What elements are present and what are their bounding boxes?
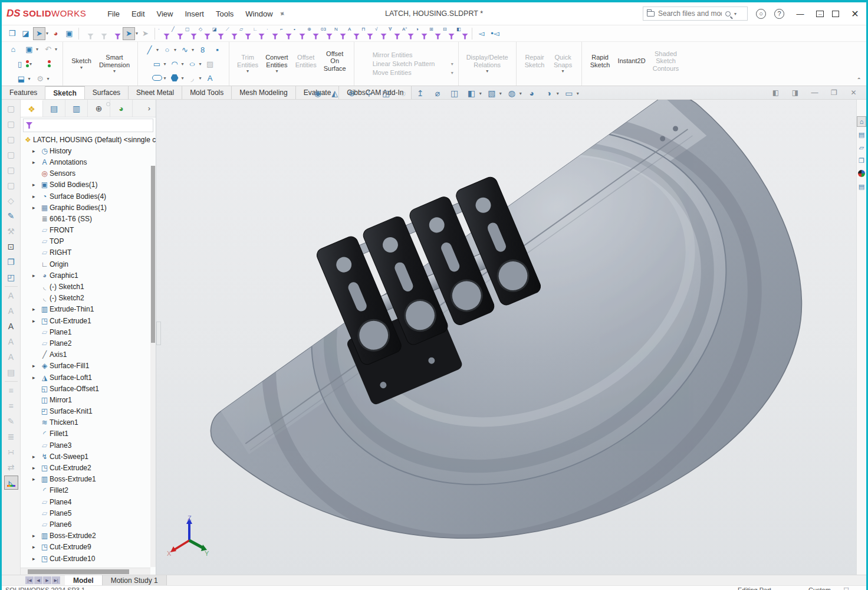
- tree-item[interactable]: Plane3: [21, 440, 156, 451]
- search-input[interactable]: [658, 9, 722, 18]
- minimize-button[interactable]: —: [793, 9, 808, 18]
- filter-blocks-button[interactable]: ⊞ ▾: [429, 27, 442, 40]
- select-cursor-button[interactable]: ▾: [123, 27, 138, 40]
- tree-item[interactable]: Surface-Offset1: [21, 383, 156, 394]
- collapse-left-pane-button[interactable]: [770, 86, 782, 99]
- tree-item[interactable]: Solid Bodies(1): [21, 179, 156, 191]
- maximize-button[interactable]: [832, 11, 839, 17]
- search-dropdown-icon[interactable]: ▾: [734, 11, 737, 17]
- menu-item[interactable]: Window: [241, 7, 277, 21]
- change-layer-button[interactable]: [4, 460, 18, 474]
- command-tab[interactable]: Mesh Modeling: [232, 86, 295, 99]
- filter-edges-button[interactable]: ╱ ▾: [172, 27, 184, 40]
- tree-item[interactable]: Plane6: [21, 519, 156, 530]
- layer-stack-button[interactable]: [4, 399, 18, 413]
- tree-horizontal-scrollbar[interactable]: [21, 568, 150, 575]
- view-palette-tab[interactable]: [857, 155, 866, 166]
- separator[interactable]: ▾: [78, 28, 79, 40]
- filter-faces-button[interactable]: ▢ ▾: [185, 27, 198, 40]
- tree-item[interactable]: RIGHT: [21, 247, 156, 258]
- tree-item[interactable]: Thicken1: [21, 417, 156, 428]
- custom-properties-tab[interactable]: [857, 181, 866, 192]
- filter-balloons-button[interactable]: A ▾: [348, 27, 360, 40]
- quick-snaps-button[interactable]: Quick Snaps ▾: [550, 53, 577, 75]
- tree-item[interactable]: History: [21, 145, 156, 156]
- command-tab[interactable]: Sheet Metal: [129, 86, 182, 99]
- tree-item[interactable]: Plane5: [21, 507, 156, 519]
- convert-region-tool[interactable]: ▾: [204, 57, 216, 70]
- tree-vertical-scrollbar[interactable]: [150, 166, 156, 567]
- expand-arrow-icon[interactable]: [32, 556, 40, 562]
- filter-solid-bodies-button[interactable]: ◪ ▾: [212, 27, 225, 40]
- trim-entities-button[interactable]: Trim Entities ▾: [234, 53, 261, 75]
- line-format-button[interactable]: [4, 414, 18, 428]
- apply-scene-button[interactable]: ▾: [542, 87, 559, 100]
- view-top-button[interactable]: [4, 163, 18, 177]
- zoom-in-out-button[interactable]: ▾: [345, 87, 359, 100]
- filter-sketch-segments-button[interactable]: ⌐ ▾: [280, 27, 292, 40]
- circle-tool[interactable]: ▾: [161, 43, 176, 56]
- tag-icon[interactable]: ⛉: [844, 586, 849, 590]
- filter-off-button[interactable]: ▾: [82, 27, 94, 40]
- filter-notes-button[interactable]: N ▾: [334, 27, 347, 40]
- layer-sheet-button[interactable]: [4, 384, 18, 398]
- menu-item[interactable]: File: [103, 7, 124, 21]
- configurationmanager-tab[interactable]: ▥: [65, 100, 88, 117]
- display-delete-relations-button[interactable]: Display/Delete Relations ▾: [463, 53, 511, 75]
- tree-item[interactable]: Boss-Extrude1: [21, 474, 156, 485]
- format-painter-button[interactable]: [4, 304, 18, 318]
- polygon-tool[interactable]: ▾: [169, 71, 184, 84]
- tree-item[interactable]: Cut-Extrude1: [21, 315, 156, 326]
- line-style-button[interactable]: [4, 445, 18, 459]
- zoom-to-fit-button[interactable]: ▾: [311, 87, 325, 100]
- tree-root-item[interactable]: LATCH, HOUSING (Default) <sinngle col: [21, 134, 156, 145]
- tree-item[interactable]: Plane4: [21, 496, 156, 507]
- search-icon[interactable]: [725, 11, 731, 17]
- zoom-to-selection-button[interactable]: ▾: [379, 87, 393, 100]
- close-button[interactable]: ✕: [847, 8, 863, 19]
- screen-capture-button[interactable]: [4, 240, 18, 254]
- tree-item[interactable]: Cut-Extrude2: [21, 462, 156, 473]
- straight-slot-tool[interactable]: ▾: [151, 71, 166, 84]
- 3d-drawing-view-button[interactable]: ▾: [448, 87, 462, 100]
- filter-weld-symbols-button[interactable]: √ ▾: [375, 27, 387, 40]
- expand-arrow-icon[interactable]: [32, 465, 40, 471]
- tree-item[interactable]: TOP: [21, 236, 156, 247]
- command-tab[interactable]: Surfaces: [85, 86, 129, 99]
- select-other-button[interactable]: ▾: [139, 27, 152, 40]
- filter-axes-button[interactable]: ⟋ ▾: [226, 27, 238, 40]
- filter-planes-button[interactable]: ▱ ▾: [239, 27, 252, 40]
- tree-item[interactable]: Axis1: [21, 349, 156, 360]
- filter-gtol-button[interactable]: A° ▾: [402, 27, 415, 40]
- instant2d-button[interactable]: Instant2D ▾: [615, 56, 649, 71]
- expand-arrow-icon[interactable]: [32, 194, 40, 199]
- tree-item[interactable]: Fillet1: [21, 428, 156, 440]
- view-isometric-button[interactable]: [4, 194, 18, 208]
- minimize-doc-button[interactable]: [808, 86, 821, 99]
- hide-show-items-button[interactable]: ▾: [505, 87, 522, 100]
- view-bottom-button[interactable]: [4, 178, 18, 192]
- restore-doc-button[interactable]: [828, 86, 840, 99]
- corner-rectangle-tool[interactable]: ▾: [151, 57, 166, 70]
- tree-item[interactable]: Surface-Fill1: [21, 360, 156, 372]
- view-front-button[interactable]: [4, 101, 18, 116]
- pin-menu-icon[interactable]: ✦: [277, 8, 287, 19]
- filter-outline-button[interactable]: ▾: [96, 27, 108, 40]
- tree-item[interactable]: (-) Sketch1: [21, 281, 156, 292]
- filter-routing-points-button[interactable]: ◧ ▾: [456, 27, 469, 40]
- expand-arrow-icon[interactable]: [32, 306, 40, 312]
- expand-arrow-icon[interactable]: [32, 205, 40, 211]
- tree-item[interactable]: Graphic1: [21, 270, 156, 281]
- rebuild-button[interactable]: ▾: [35, 57, 51, 70]
- filter-sketch-points-button[interactable]: ∙ ▾: [267, 27, 279, 40]
- menu-item[interactable]: Tools: [211, 7, 238, 21]
- insert-picture-button[interactable]: [4, 365, 18, 379]
- measure-button[interactable]: ▾: [430, 87, 445, 100]
- tab-nav-button[interactable]: ▶|: [52, 576, 60, 584]
- study-tab[interactable]: Model: [65, 575, 103, 585]
- previous-view-button[interactable]: ▾: [396, 87, 410, 100]
- note-button[interactable]: [4, 319, 18, 333]
- menu-item[interactable]: View: [152, 7, 178, 21]
- tree-item[interactable]: Boss-Extrude2: [21, 530, 156, 542]
- sketch-button[interactable]: Sketch ▾: [68, 56, 95, 71]
